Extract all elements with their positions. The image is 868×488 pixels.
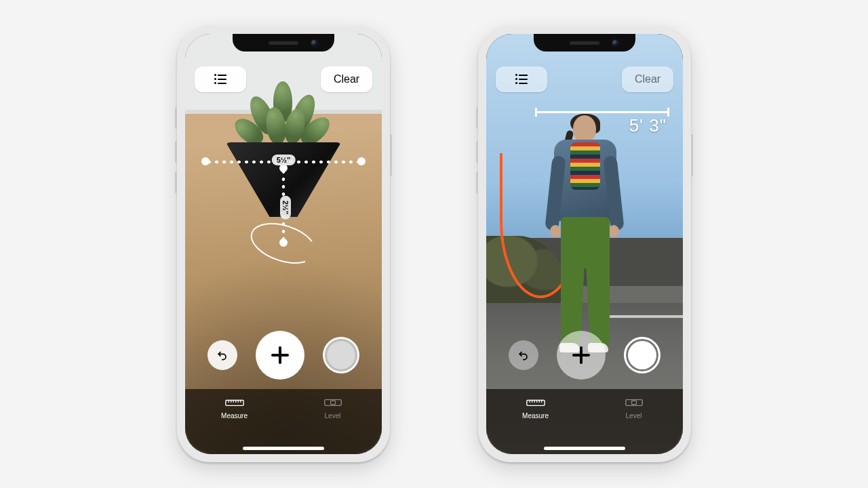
clear-button[interactable]: Clear [321, 66, 372, 92]
ruler-icon [526, 396, 545, 409]
measurements-list-button[interactable] [496, 66, 547, 92]
tab-measure[interactable]: Measure [185, 389, 283, 454]
level-icon [625, 396, 644, 409]
phone-right-screen: 5' 3" Clear [486, 34, 683, 454]
list-icon [515, 75, 528, 84]
comparison-stage: 5½" 2½" Clear [0, 0, 868, 488]
svg-rect-2 [330, 401, 335, 404]
clear-button[interactable]: Clear [622, 66, 673, 92]
measurements-list-button[interactable] [195, 66, 246, 92]
undo-icon [517, 348, 530, 362]
tab-level-label: Level [325, 412, 341, 420]
level-icon [323, 396, 342, 409]
plus-icon [572, 346, 590, 364]
add-point-button[interactable] [256, 331, 304, 380]
tab-measure[interactable]: Measure [486, 389, 585, 454]
tab-measure-label: Measure [221, 412, 248, 420]
measurement-label-width[interactable]: 5½" [272, 155, 296, 165]
tab-measure-label: Measure [522, 412, 549, 420]
undo-button[interactable] [509, 340, 538, 370]
notch [233, 34, 334, 52]
tab-level[interactable]: Level [585, 389, 683, 454]
list-icon [214, 75, 226, 84]
home-indicator[interactable] [243, 447, 324, 450]
tab-bar: Measure Level [486, 389, 683, 454]
measurement-label-height[interactable]: 2½" [280, 196, 291, 220]
person-height-line [535, 111, 669, 113]
notch [534, 34, 635, 52]
phone-right: 5' 3" Clear [478, 26, 691, 462]
person-height-label[interactable]: 5' 3" [629, 115, 667, 136]
plus-icon [271, 346, 289, 364]
capture-button[interactable] [624, 337, 660, 373]
undo-icon [216, 348, 229, 362]
phone-left: 5½" 2½" Clear [177, 26, 390, 462]
undo-button[interactable] [208, 340, 237, 370]
ruler-icon [225, 396, 244, 409]
tab-level[interactable]: Level [283, 389, 382, 454]
tab-bar: Measure Level [185, 389, 382, 454]
tab-level-label: Level [626, 412, 642, 420]
home-indicator[interactable] [544, 447, 625, 450]
capture-button[interactable] [323, 337, 359, 373]
phone-left-screen: 5½" 2½" Clear [185, 34, 382, 454]
add-point-button[interactable] [557, 331, 606, 380]
svg-rect-5 [631, 401, 636, 404]
